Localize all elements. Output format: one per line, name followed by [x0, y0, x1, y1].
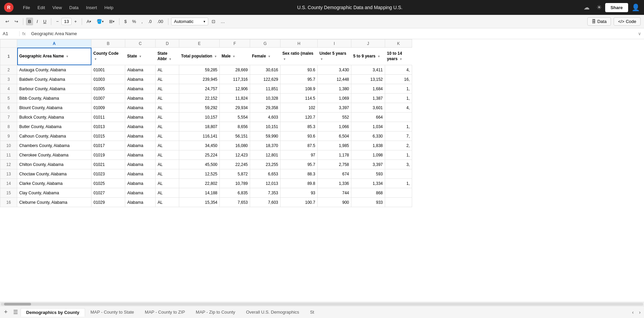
menu-edit[interactable]: Edit	[35, 4, 48, 11]
header-cell-C[interactable]: State ▼	[125, 48, 156, 65]
cell-A-7[interactable]: Bullock County, Alabama	[17, 113, 91, 122]
cell-K-7[interactable]	[385, 113, 412, 122]
menu-file[interactable]: File	[20, 4, 33, 11]
cell-G-7[interactable]: 4,603	[250, 113, 280, 122]
cell-I-4[interactable]: 1,380	[318, 84, 351, 94]
sort-icon-E[interactable]: ▼	[214, 55, 217, 58]
cell-A-10[interactable]: Chambers County, Alabama	[17, 141, 91, 150]
cell-F-7[interactable]: 5,554	[220, 113, 250, 122]
cell-E-13[interactable]: 12,525	[179, 169, 220, 179]
cell-D-7[interactable]: AL	[156, 113, 179, 122]
cell-A-9[interactable]: Calhoun County, Alabama	[17, 131, 91, 141]
header-cell-B[interactable]: County Code ▼	[91, 48, 125, 65]
font-size-decrease[interactable]: −	[54, 18, 61, 25]
data-button[interactable]: 🗄 Data	[587, 17, 611, 26]
col-header-A[interactable]: A	[17, 40, 91, 48]
cell-E-5[interactable]: 22,152	[179, 94, 220, 103]
cell-C-6[interactable]: Alabama	[125, 103, 156, 113]
cell-C-15[interactable]: Alabama	[125, 188, 156, 198]
tab-map-zip-to-county[interactable]: MAP - Zip to County	[190, 308, 241, 316]
tab-map-county-to-state[interactable]: MAP - County to State	[85, 308, 139, 316]
code-button[interactable]: </> Code	[614, 17, 641, 26]
cell-E-10[interactable]: 34,450	[179, 141, 220, 150]
cell-F-2[interactable]: 28,669	[220, 65, 250, 75]
more-button[interactable]: …	[219, 18, 227, 25]
cell-B-2[interactable]: 01001	[91, 65, 125, 75]
cell-D-3[interactable]: AL	[156, 75, 179, 84]
cell-I-8[interactable]: 1,066	[318, 122, 351, 131]
cell-E-6[interactable]: 59,292	[179, 103, 220, 113]
cell-J-16[interactable]: 933	[351, 198, 385, 207]
cell-H-15[interactable]: 93	[280, 188, 318, 198]
col-header-J[interactable]: J	[351, 40, 385, 48]
cell-B-8[interactable]: 01013	[91, 122, 125, 131]
cell-I-11[interactable]: 1,178	[318, 150, 351, 160]
cell-H-4[interactable]: 108.9	[280, 84, 318, 94]
cell-D-5[interactable]: AL	[156, 94, 179, 103]
cell-G-4[interactable]: 11,851	[250, 84, 280, 94]
cell-G-2[interactable]: 30,616	[250, 65, 280, 75]
col-header-G[interactable]: G	[250, 40, 280, 48]
tab-demographics-by-county[interactable]: Demographics by County	[21, 308, 85, 317]
cell-J-10[interactable]: 1,838	[351, 141, 385, 150]
col-header-C[interactable]: C	[125, 40, 156, 48]
underline-button[interactable]: U	[41, 18, 48, 25]
percent-button[interactable]: %	[130, 18, 138, 25]
cell-E-15[interactable]: 14,188	[179, 188, 220, 198]
decimal-increase-button[interactable]: .00	[155, 18, 165, 25]
menu-help[interactable]: Help	[102, 4, 116, 11]
cell-I-14[interactable]: 1,336	[318, 179, 351, 188]
cell-D-4[interactable]: AL	[156, 84, 179, 94]
cell-G-12[interactable]: 23,255	[250, 160, 280, 169]
cell-F-12[interactable]: 22,245	[220, 160, 250, 169]
cell-F-15[interactable]: 6,835	[220, 188, 250, 198]
fill-color-button[interactable]: 🪣 ▾	[95, 18, 106, 25]
cell-J-8[interactable]: 1,034	[351, 122, 385, 131]
formula-input[interactable]	[28, 31, 635, 36]
horizontal-scrollbar[interactable]	[0, 302, 644, 306]
cell-K-12[interactable]: 3,	[385, 160, 412, 169]
cell-K-14[interactable]: 1,	[385, 179, 412, 188]
cell-B-7[interactable]: 01011	[91, 113, 125, 122]
cell-J-2[interactable]: 3,411	[351, 65, 385, 75]
cell-E-3[interactable]: 239,945	[179, 75, 220, 84]
format-dropdown[interactable]: Automatic ▾	[171, 18, 208, 25]
cell-J-6[interactable]: 3,601	[351, 103, 385, 113]
cell-K-9[interactable]: 7,	[385, 131, 412, 141]
col-header-K[interactable]: K	[385, 40, 412, 48]
cell-H-9[interactable]: 93.6	[280, 131, 318, 141]
col-header-I[interactable]: I	[318, 40, 351, 48]
cell-J-14[interactable]: 1,334	[351, 179, 385, 188]
cell-F-14[interactable]: 10,789	[220, 179, 250, 188]
cell-D-11[interactable]: AL	[156, 150, 179, 160]
cell-I-2[interactable]: 3,430	[318, 65, 351, 75]
cell-C-9[interactable]: Alabama	[125, 131, 156, 141]
cell-C-11[interactable]: Alabama	[125, 150, 156, 160]
cell-F-8[interactable]: 8,656	[220, 122, 250, 131]
cell-A-3[interactable]: Baldwin County, Alabama	[17, 75, 91, 84]
scroll-thumb[interactable]	[4, 303, 31, 305]
sort-icon-K[interactable]: ▼	[399, 57, 402, 61]
italic-button[interactable]: I	[34, 18, 40, 25]
cell-H-10[interactable]: 87.5	[280, 141, 318, 150]
cell-H-13[interactable]: 88.3	[280, 169, 318, 179]
cell-K-3[interactable]: 16,	[385, 75, 412, 84]
cell-H-14[interactable]: 89.8	[280, 179, 318, 188]
sort-icon-A[interactable]: ▼	[66, 55, 69, 58]
cell-A-2[interactable]: Autauga County, Alabama	[17, 65, 91, 75]
cell-A-15[interactable]: Clay County, Alabama	[17, 188, 91, 198]
cell-I-15[interactable]: 744	[318, 188, 351, 198]
cell-I-10[interactable]: 1,985	[318, 141, 351, 150]
add-sheet-button[interactable]: +	[1, 307, 10, 317]
cell-E-4[interactable]: 24,757	[179, 84, 220, 94]
cell-G-3[interactable]: 122,629	[250, 75, 280, 84]
cell-D-15[interactable]: AL	[156, 188, 179, 198]
cell-H-8[interactable]: 85.3	[280, 122, 318, 131]
cell-D-14[interactable]: AL	[156, 179, 179, 188]
sheet-menu-button[interactable]: ☰	[10, 308, 21, 317]
cell-G-8[interactable]: 10,151	[250, 122, 280, 131]
cell-I-5[interactable]: 1,069	[318, 94, 351, 103]
cell-E-11[interactable]: 25,224	[179, 150, 220, 160]
cell-G-14[interactable]: 12,013	[250, 179, 280, 188]
cell-F-4[interactable]: 12,906	[220, 84, 250, 94]
